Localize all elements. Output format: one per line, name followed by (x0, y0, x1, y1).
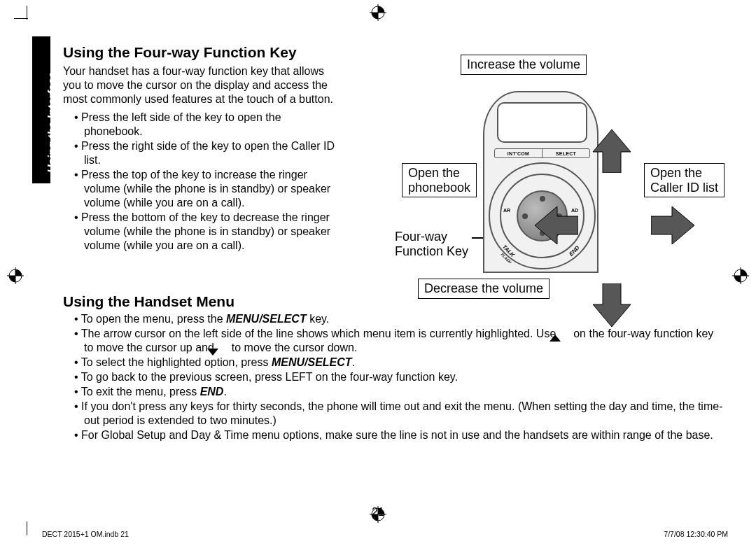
crop-mark (27, 521, 27, 535)
fourway-diagram: Increase the volume Open thephonebook Op… (399, 42, 735, 301)
crop-mark (27, 6, 27, 20)
list-item: For Global Setup and Day & Time menu opt… (63, 428, 724, 442)
page-number: 21 (372, 506, 384, 519)
key-label-ar: AR (503, 208, 510, 213)
arrow-left-icon (535, 206, 578, 244)
callout-fourway-key: Four-wayFunction Key (395, 230, 468, 258)
crop-mark (14, 18, 28, 19)
registration-mark-icon (7, 267, 24, 284)
footer-filename: DECT 2015+1 OM.indb 21 (42, 530, 129, 538)
list-item: Press the left side of the key to open t… (63, 111, 336, 139)
softkey-intcom: INT'COM (495, 149, 542, 157)
callout-decrease-volume: Decrease the volume (418, 279, 550, 299)
section-tab: Using the Interface (32, 36, 50, 183)
handset-illustration: INT'COM SELECT AR AD TALK FLASH END (469, 91, 612, 273)
list-item: Press the right side of the key to open … (63, 139, 336, 167)
list-item: To select the highlighted option, press … (63, 356, 724, 370)
footer-timestamp: 7/7/08 12:30:40 PM (664, 530, 728, 538)
list-item: The arrow cursor on the left side of the… (63, 327, 724, 355)
manual-page: Using the Interface Using the Four-way F… (0, 0, 756, 548)
svg-marker-14 (593, 129, 631, 173)
softkey-select: SELECT (542, 149, 589, 157)
list-item: Press the top of the key to increase the… (63, 168, 336, 210)
handset-menu-bullets: To open the menu, press the MENU/SELECT … (63, 312, 724, 442)
triangle-down-icon (217, 345, 228, 352)
triangle-up-icon (559, 331, 570, 338)
callout-open-callerid: Open theCaller ID list (644, 163, 724, 197)
arrow-down-icon (593, 283, 631, 327)
section-tab-label: Using the Interface (46, 72, 59, 173)
list-item: Press the bottom of the key to decrease … (63, 211, 336, 253)
arrow-up-icon (593, 129, 631, 173)
list-item: To exit the menu, press END. (63, 385, 724, 399)
softkey-row: INT'COM SELECT (494, 148, 590, 158)
svg-marker-17 (651, 206, 694, 244)
callout-increase-volume: Increase the volume (461, 55, 587, 75)
svg-marker-15 (593, 283, 631, 327)
list-item: To go back to the previous screen, press… (63, 370, 724, 384)
arrow-right-icon (651, 206, 694, 244)
list-item: If you don't press any keys for thirty s… (63, 400, 724, 428)
fourway-bullets: Press the left side of the key to open t… (63, 111, 336, 253)
svg-marker-12 (550, 335, 561, 342)
page-footer: DECT 2015+1 OM.indb 21 7/7/08 12:30:40 P… (42, 530, 728, 538)
callout-open-phonebook: Open thephonebook (402, 163, 477, 197)
intro-text: Your handset has a four-way function key… (63, 64, 336, 106)
svg-marker-13 (207, 349, 218, 356)
svg-marker-16 (535, 206, 578, 244)
handset-screen (497, 102, 587, 143)
registration-mark-icon (370, 4, 386, 21)
